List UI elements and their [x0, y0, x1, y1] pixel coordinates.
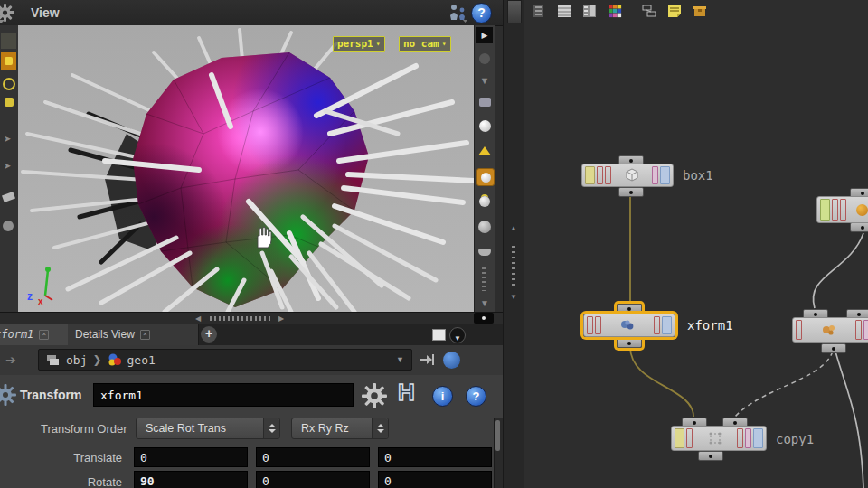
rotate-y-input[interactable]: 0 [256, 471, 370, 488]
translate-z-input[interactable]: 0 [378, 447, 492, 467]
gray-sphere-icon[interactable] [476, 219, 493, 235]
scroll-down-icon[interactable]: ▼ [476, 295, 493, 311]
tool-cursor-icon[interactable]: ➤ [4, 161, 11, 171]
network-boxes-icon[interactable] [642, 4, 656, 18]
dropdown-arrow-icon: ▾ [376, 41, 381, 48]
pane-maximize-icon[interactable] [474, 313, 494, 324]
path-current[interactable]: geo1 [127, 353, 156, 367]
gear-menu-icon[interactable] [360, 381, 389, 410]
tool-scale-icon[interactable] [1, 94, 16, 110]
path-dropdown-icon[interactable]: ▼ [396, 355, 404, 364]
divider-handle[interactable] [507, 0, 522, 23]
pane-split-icon[interactable] [432, 329, 446, 341]
viewport-left-toolbar: ➤ ➤ [0, 25, 19, 312]
node-partial-top[interactable] [816, 196, 868, 223]
sticky-note-icon[interactable] [667, 4, 682, 18]
divider-grip[interactable] [512, 246, 515, 286]
close-tab-icon[interactable]: × [140, 330, 150, 340]
node-box1[interactable] [581, 164, 674, 187]
axis-z-label: z [27, 290, 33, 303]
info-icon[interactable]: i [432, 386, 453, 407]
translate-x-input[interactable]: 0 [134, 447, 248, 467]
node-output-connector[interactable] [698, 451, 723, 461]
scroll-left-icon[interactable]: ◀ [195, 314, 201, 323]
node-partial-right[interactable] [792, 317, 868, 343]
transform-order-dropdown[interactable]: Scale Rot Trans [136, 418, 280, 439]
node-label[interactable]: copy1 [776, 432, 814, 446]
tool-sculpt-icon[interactable] [3, 221, 14, 231]
axis-gnomon: z x [25, 262, 67, 305]
shaded-mode-icon[interactable] [476, 168, 495, 186]
layout-link-icon[interactable] [447, 3, 468, 23]
param-help-icon[interactable]: ? [466, 386, 486, 407]
parameters-panel-icon[interactable] [582, 4, 597, 18]
camera-icon[interactable] [476, 94, 493, 110]
node-label[interactable]: xform1 [687, 318, 733, 333]
dropdown-arrow-icon: ▾ [442, 41, 447, 48]
tool-brush-icon[interactable] [2, 192, 15, 202]
collapse-up-icon[interactable]: ▲ [510, 224, 517, 232]
winged-sphere-icon[interactable] [476, 193, 493, 210]
camera-select-menu[interactable]: no cam▾ [399, 36, 451, 52]
hand-cursor [251, 226, 273, 249]
pane-divider[interactable]: ▲ ▼ [503, 0, 526, 488]
node-name-input[interactable]: xform1 [93, 383, 354, 407]
network-editor[interactable] [524, 0, 868, 488]
rotate-x-input[interactable]: 90 [134, 471, 248, 488]
toolbar-grip[interactable] [482, 267, 486, 291]
pane-menu-gear-icon[interactable] [0, 3, 17, 23]
collapse-down-icon[interactable]: ▼ [510, 293, 517, 301]
list-view-icon[interactable] [532, 4, 546, 18]
add-tab-button[interactable]: + [201, 326, 217, 343]
transform-order-label: Transform Order [41, 422, 127, 436]
node-copy1[interactable] [671, 426, 767, 451]
node-xform1[interactable] [583, 314, 675, 337]
rotate-order-dropdown[interactable]: Rx Ry Rz [291, 418, 389, 439]
tool-move-icon[interactable] [1, 52, 16, 70]
tool-handle-icon[interactable]: ➤ [4, 134, 11, 144]
path-root[interactable]: obj [66, 353, 87, 367]
houdini-logo-icon[interactable]: H [398, 379, 415, 407]
help-icon[interactable]: ? [471, 3, 492, 23]
tool-rotate-icon[interactable] [1, 74, 16, 90]
close-tab-icon[interactable]: × [39, 330, 49, 340]
snap-dim-icon[interactable] [476, 51, 493, 67]
viewport-3d[interactable]: persp1▾ no cam▾ z x [18, 25, 474, 312]
pin-icon[interactable] [420, 352, 436, 367]
node-output-connector[interactable] [821, 343, 846, 353]
lamp-icon[interactable] [476, 143, 493, 159]
node-output-connector[interactable] [618, 187, 644, 197]
node-label[interactable]: box1 [683, 168, 713, 183]
translate-label: Translate [36, 451, 122, 465]
node-output-connector[interactable] [850, 222, 868, 232]
gallery-box-icon[interactable] [693, 4, 707, 18]
scrollbar-grip[interactable] [210, 316, 271, 321]
scroll-arrow-icon[interactable]: ▶ [476, 27, 493, 43]
transform-sop-icon [619, 319, 636, 332]
rotate-z-input[interactable]: 0 [378, 471, 492, 488]
pane-title: View [31, 5, 60, 20]
collapse-arrow-icon[interactable]: ▼ [476, 72, 493, 89]
network-path-field[interactable]: obj ❯ geo1 ▼ [38, 349, 412, 371]
node-input-connector[interactable] [617, 304, 642, 314]
spreadsheet-icon[interactable] [557, 4, 571, 18]
node-type-gear-icon[interactable] [0, 382, 18, 408]
white-sphere-icon[interactable] [476, 117, 493, 134]
color-palette-icon[interactable] [608, 4, 622, 18]
scroll-right-icon[interactable]: ▶ [278, 314, 284, 323]
node-output-connector[interactable] [617, 338, 642, 348]
rotate-label: Rotate [36, 475, 122, 488]
translate-y-input[interactable]: 0 [256, 447, 370, 467]
sync-icon[interactable] [443, 352, 460, 369]
tool-select-icon[interactable] [1, 33, 16, 49]
camera-menu[interactable]: persp1▾ [333, 36, 385, 52]
viewport-render [18, 25, 474, 312]
spinner-icon[interactable] [263, 418, 279, 438]
tab-details-view[interactable]: Details View × [68, 324, 199, 345]
tab-xform1[interactable]: xform1 × [0, 324, 71, 345]
spinner-icon[interactable] [372, 418, 388, 438]
houdini-window: View ? ➤ ➤ [0, 0, 868, 488]
teapot-icon[interactable] [476, 244, 493, 260]
forward-arrow-icon[interactable]: ➔ [5, 352, 16, 367]
pane-menu-icon[interactable]: ▼ [449, 327, 466, 343]
